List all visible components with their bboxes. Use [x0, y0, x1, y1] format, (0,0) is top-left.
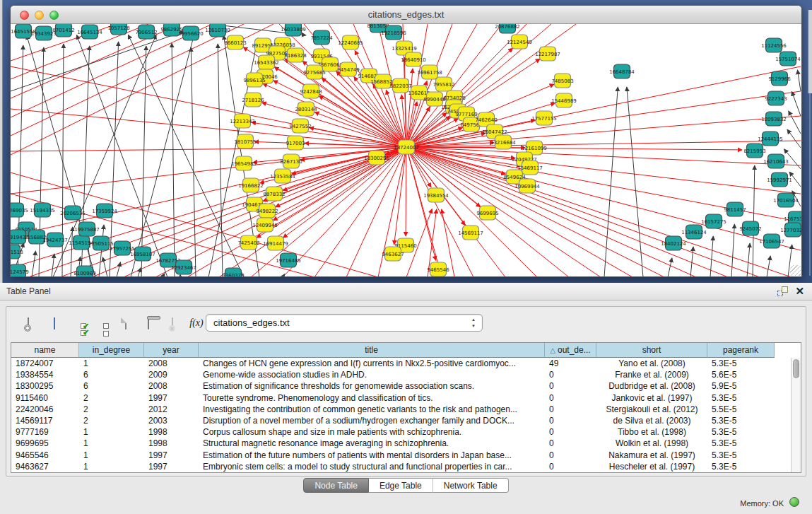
resize-grip-icon[interactable] — [790, 265, 801, 276]
graph-edge[interactable] — [792, 91, 801, 116]
table-cell[interactable]: Jankovic et al. (1997) — [596, 392, 707, 404]
table-cell[interactable]: Structural magnetic resonance image aver… — [199, 438, 545, 449]
citation-graph[interactable]: 1872400786601238912955132260589827508818… — [11, 24, 801, 276]
table-selector-dropdown[interactable]: citations_edges.txt ▲▼ — [206, 314, 483, 332]
table-cell[interactable]: Dudbridge et al. (2008) — [596, 380, 707, 392]
table-cell[interactable]: 6 — [79, 369, 144, 380]
table-cell[interactable]: 9777169 — [11, 426, 79, 438]
table-cell[interactable]: 1 — [79, 358, 144, 369]
table-cell[interactable]: 9115460 — [11, 392, 79, 404]
graph-edge[interactable] — [406, 147, 406, 236]
graph-edge[interactable] — [218, 44, 223, 276]
graph-edge[interactable] — [604, 87, 618, 276]
unselect-all-icon[interactable] — [94, 314, 112, 332]
graph-edge[interactable] — [627, 87, 643, 276]
column-header-out_de[interactable]: △out_de... — [545, 343, 596, 358]
column-header-name[interactable]: name — [11, 343, 79, 358]
tab-node-table[interactable]: Node Table — [303, 478, 369, 493]
table-cell[interactable]: 2003 — [144, 415, 199, 426]
table-cell[interactable]: 2 — [79, 415, 144, 426]
memory-ok-icon[interactable] — [789, 497, 799, 507]
table-cell[interactable]: Estimation of significance thresholds fo… — [199, 380, 545, 392]
column-visibility-icon[interactable] — [45, 314, 64, 332]
function-builder-icon[interactable]: f(x) — [187, 314, 206, 332]
graph-edge[interactable] — [32, 251, 36, 276]
table-cell[interactable]: 9463627 — [11, 461, 79, 472]
graph-edge[interactable] — [668, 258, 672, 276]
graph-edge[interactable] — [11, 147, 406, 151]
table-cell[interactable]: 0 — [545, 392, 596, 404]
table-cell[interactable]: Hescheler et al. (1997) — [596, 461, 707, 472]
table-cell[interactable]: 5.3E-5 — [707, 392, 775, 404]
graph-edge[interactable] — [797, 70, 801, 91]
table-cell[interactable]: 5.3E-5 — [707, 450, 775, 461]
table-cell[interactable]: Franke et al. (2009) — [596, 369, 707, 380]
delete-entries-icon[interactable] — [139, 314, 158, 332]
table-cell[interactable]: 1998 — [144, 438, 199, 449]
graph-edge[interactable] — [191, 47, 196, 276]
select-all-icon[interactable]: ✔✔ — [71, 314, 90, 332]
table-cell[interactable]: 5.3E-5 — [707, 438, 775, 449]
table-row[interactable]: 911546021997Tourette syndrome. Phenomeno… — [11, 392, 792, 404]
graph-edge[interactable] — [747, 243, 750, 276]
graph-edge[interactable] — [131, 35, 194, 276]
table-cell[interactable]: 0 — [545, 380, 596, 392]
graph-edge[interactable] — [406, 147, 760, 276]
delete-table-icon[interactable]: x — [163, 314, 182, 332]
table-row[interactable]: 2242004622012Investigating the contribut… — [11, 404, 792, 415]
graph-edge[interactable] — [52, 254, 54, 276]
graph-edge[interactable] — [11, 147, 406, 236]
table-cell[interactable]: 18300295 — [11, 380, 79, 392]
table-cell[interactable]: Genome-wide association studies in ADHD. — [199, 369, 545, 380]
table-cell[interactable]: Disruption of a novel member of a sodium… — [199, 415, 545, 426]
table-cell[interactable]: 5.9E-5 — [707, 380, 775, 392]
table-cell[interactable]: 1998 — [144, 426, 199, 438]
tab-edge-table[interactable]: Edge Table — [369, 478, 433, 493]
table-row[interactable]: 1830029562008Estimation of significance … — [11, 380, 792, 392]
table-row[interactable]: 946554611997Estimation of the future num… — [11, 450, 792, 461]
graph-edge[interactable] — [690, 247, 693, 276]
table-cell[interactable]: Tibbo et al. (1998) — [596, 426, 707, 438]
table-cell[interactable]: 0 — [545, 450, 596, 461]
graph-edge[interactable] — [117, 262, 121, 276]
table-cell[interactable]: Tourette syndrome. Phenomenology and cla… — [199, 392, 545, 404]
graph-edge[interactable] — [767, 256, 770, 276]
table-cell[interactable]: Nakamura et al. (1997) — [596, 450, 707, 461]
table-cell[interactable]: 2008 — [144, 380, 199, 392]
table-cell[interactable]: 1 — [79, 438, 144, 449]
column-header-title[interactable]: title — [199, 343, 545, 358]
scrollbar-thumb[interactable] — [793, 359, 799, 378]
table-cell[interactable]: 22420046 — [11, 404, 79, 415]
table-cell[interactable]: 5.6E-5 — [707, 369, 775, 380]
table-settings-icon[interactable] — [19, 314, 37, 332]
table-cell[interactable]: 5.3E-5 — [707, 415, 775, 426]
table-cell[interactable]: de Silva et al. (2003) — [596, 415, 707, 426]
table-cell[interactable]: 0 — [545, 461, 596, 472]
table-cell[interactable]: 5.3E-5 — [707, 426, 775, 438]
table-cell[interactable]: 1 — [79, 450, 144, 461]
graph-edge[interactable] — [11, 31, 184, 91]
table-row[interactable]: 1456911722003Disruption of a novel membe… — [11, 415, 792, 426]
new-table-icon[interactable] — [117, 314, 135, 332]
network-window-titlebar[interactable]: citations_edges.txt — [11, 6, 801, 24]
table-cell[interactable]: Changes of HCN gene expression and I(f) … — [199, 358, 545, 369]
close-panel-icon[interactable]: ✕ — [795, 285, 804, 298]
table-cell[interactable]: 18724007 — [11, 358, 79, 369]
table-row[interactable]: 1938455462009Genome-wide association stu… — [11, 369, 792, 380]
table-cell[interactable]: 5.3E-5 — [707, 461, 775, 472]
column-header-year[interactable]: year — [144, 343, 199, 358]
network-canvas[interactable]: 1872400786601238912955132260589827508818… — [11, 24, 801, 276]
table-cell[interactable]: 1 — [79, 461, 144, 472]
column-header-in_degree[interactable]: in_degree — [79, 343, 144, 358]
table-cell[interactable]: 0 — [545, 438, 596, 449]
graph-edge[interactable] — [11, 24, 244, 136]
table-cell[interactable]: 49 — [545, 358, 596, 369]
table-cell[interactable]: 6 — [79, 380, 144, 392]
table-row[interactable]: 1872400712008Changes of HCN gene express… — [11, 358, 792, 369]
graph-edge[interactable] — [11, 109, 406, 147]
table-cell[interactable]: Estimation of the future numbers of pati… — [199, 450, 545, 461]
table-cell[interactable]: 5.3E-5 — [707, 358, 775, 369]
table-cell[interactable]: 14569117 — [11, 415, 79, 426]
table-cell[interactable]: 0 — [545, 404, 596, 415]
table-cell[interactable]: 5.5E-5 — [707, 404, 775, 415]
